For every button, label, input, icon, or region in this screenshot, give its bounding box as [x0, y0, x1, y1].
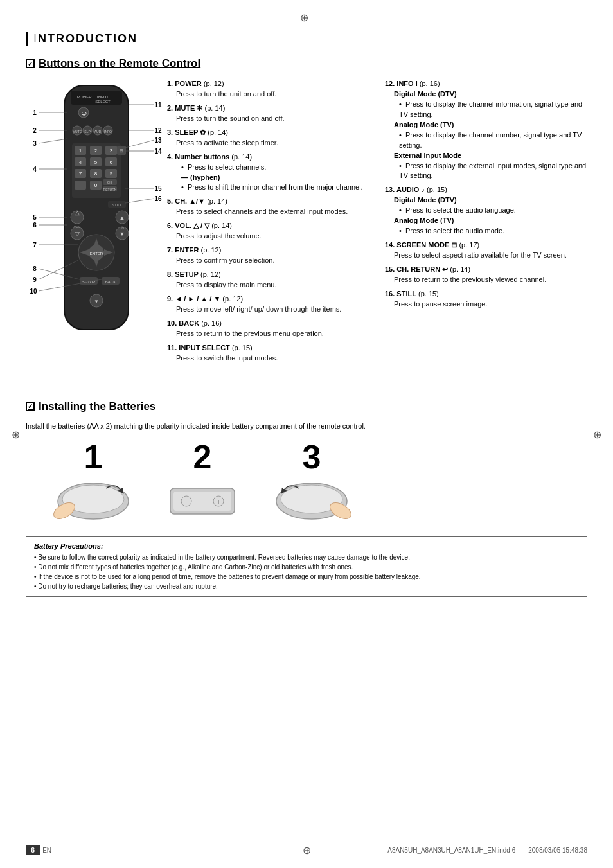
- svg-text:INPUT: INPUT: [97, 95, 109, 99]
- instruction-2: 2. MUTE ✻ (p. 14) Press to turn the soun…: [167, 103, 369, 124]
- svg-text:CH.: CH.: [120, 226, 125, 230]
- svg-text:AUD: AUD: [94, 130, 102, 134]
- battery-step-3-diagram: [270, 479, 353, 524]
- svg-text:ENTER: ENTER: [90, 252, 103, 256]
- step-1-num: 1: [84, 440, 103, 474]
- installing-checkbox-icon: ✓: [26, 402, 35, 411]
- svg-text:△: △: [75, 209, 80, 216]
- page-number: 6: [26, 845, 40, 855]
- instruction-15: 15. CH. RETURN ↩ (p. 14) Press to return…: [385, 265, 587, 285]
- svg-text:14: 14: [154, 148, 162, 155]
- svg-text:12: 12: [154, 127, 162, 134]
- step-2-num: 2: [193, 440, 212, 474]
- svg-text:BACK: BACK: [105, 280, 116, 284]
- svg-text:11: 11: [154, 102, 162, 109]
- battery-step-2: 2 — +: [161, 440, 244, 524]
- section-divider: [26, 387, 587, 387]
- battery-step-3: 3: [270, 440, 353, 524]
- battery-step-1-diagram: [51, 479, 135, 524]
- svg-text:—: —: [78, 182, 83, 188]
- svg-text:SELECT: SELECT: [95, 100, 111, 103]
- instruction-4: 4. Number buttons (p. 14) • Press to sel…: [167, 152, 369, 193]
- step-3-num: 3: [303, 440, 321, 474]
- page: ⊕ ⊕ ⊕ INTRODUCTION ✓ Buttons on the Remo…: [0, 0, 613, 868]
- instruction-9: 9. ◄ / ► / ▲ / ▼ (p. 12) Press to move l…: [167, 294, 369, 315]
- remote-diagram: POWER INPUT SELECT ⏻ MUTE SLP AUD INFO: [26, 79, 154, 368]
- svg-text:8: 8: [33, 265, 37, 272]
- instruction-12: 12. INFO i (p. 16) Digital Mode (DTV) • …: [385, 79, 587, 181]
- svg-line-73: [39, 139, 67, 143]
- svg-text:6: 6: [33, 222, 37, 229]
- svg-text:RETURN: RETURN: [103, 188, 117, 191]
- svg-text:POWER: POWER: [77, 95, 92, 99]
- svg-text:1: 1: [79, 148, 82, 154]
- footer-date: 2008/03/05 15:48:38: [528, 847, 587, 854]
- intro-header: INTRODUCTION: [26, 32, 587, 46]
- svg-text:▼: ▼: [94, 299, 99, 305]
- svg-text:▲: ▲: [120, 215, 125, 221]
- svg-text:16: 16: [154, 195, 162, 202]
- precautions-title: Battery Precautions:: [34, 542, 579, 550]
- instruction-14: 14. SCREEN MODE ⊟ (p. 17) Press to selec…: [385, 240, 587, 261]
- svg-text:4: 4: [33, 166, 37, 173]
- svg-text:SLP: SLP: [84, 130, 91, 134]
- svg-text:3: 3: [33, 140, 37, 147]
- instructions-columns: 1. POWER (p. 12) Press to turn the unit …: [167, 79, 587, 368]
- buttons-section: ✓ Buttons on the Remote Control POWER IN…: [26, 57, 587, 368]
- precaution-2: Do not mix different types of batteries …: [34, 562, 579, 572]
- svg-text:▼: ▼: [120, 231, 125, 237]
- checkbox-icon: ✓: [26, 59, 35, 68]
- crosshair-top-icon: ⊕: [300, 12, 313, 24]
- svg-text:7: 7: [33, 242, 37, 249]
- battery-step-2-diagram: — +: [161, 479, 244, 524]
- instruction-10: 10. BACK (p. 16) Press to return to the …: [167, 319, 369, 339]
- svg-text:⏻: ⏻: [81, 111, 87, 116]
- svg-text:2: 2: [33, 127, 37, 134]
- svg-text:0: 0: [94, 182, 98, 188]
- svg-text:+: +: [217, 498, 220, 506]
- remote-svg: POWER INPUT SELECT ⏻ MUTE SLP AUD INFO: [26, 79, 167, 349]
- svg-text:2: 2: [94, 148, 98, 154]
- instruction-13: 13. AUDIO ♪ (p. 15) Digital Mode (DTV) •…: [385, 185, 587, 236]
- svg-text:CH.: CH.: [107, 181, 113, 184]
- instruction-6: 6. VOL. △ / ▽ (p. 14) Press to adjust th…: [167, 221, 369, 242]
- svg-text:5: 5: [94, 159, 98, 165]
- precaution-3: If the device is not to be used for a lo…: [34, 572, 579, 581]
- svg-text:9: 9: [33, 276, 37, 283]
- svg-text:7: 7: [79, 171, 82, 177]
- svg-text:13: 13: [154, 137, 162, 144]
- svg-text:INFO: INFO: [104, 130, 112, 134]
- battery-steps: 1 2: [26, 440, 587, 524]
- installing-title: ✓ Installing the Batteries: [26, 400, 587, 413]
- svg-text:⊟: ⊟: [120, 148, 123, 153]
- footer-lang: EN: [42, 847, 51, 854]
- instruction-16: 16. STILL (p. 15) Press to pause screen …: [385, 289, 587, 310]
- crosshair-right-icon: ⊕: [593, 428, 601, 440]
- instruction-11: 11. INPUT SELECT (p. 15) Press to switch…: [167, 343, 369, 364]
- battery-step-1: 1: [51, 440, 135, 524]
- svg-text:MUTE: MUTE: [73, 130, 82, 134]
- instructions-right-col: 12. INFO i (p. 16) Digital Mode (DTV) • …: [385, 79, 587, 368]
- svg-line-93: [125, 140, 154, 148]
- instruction-1: 1. POWER (p. 12) Press to turn the unit …: [167, 79, 369, 100]
- precaution-4: Do not try to recharge batteries; they c…: [34, 581, 579, 591]
- svg-text:STILL: STILL: [112, 203, 123, 207]
- instruction-8: 8. SETUP (p. 12) Press to display the ma…: [167, 270, 369, 290]
- precautions-box: Battery Precautions: Be sure to follow t…: [26, 536, 587, 597]
- svg-text:—: —: [183, 498, 190, 505]
- svg-text:15: 15: [154, 185, 162, 192]
- svg-text:6: 6: [110, 159, 113, 165]
- installing-section: ✓ Installing the Batteries Install the b…: [26, 400, 587, 597]
- instruction-3: 3. SLEEP ✿ (p. 14) Press to activate the…: [167, 128, 369, 148]
- buttons-content: POWER INPUT SELECT ⏻ MUTE SLP AUD INFO: [26, 79, 587, 368]
- crosshair-left-icon: ⊕: [12, 428, 20, 440]
- svg-line-99: [125, 199, 154, 203]
- buttons-title: ✓ Buttons on the Remote Control: [26, 57, 587, 70]
- instruction-5: 5. CH. ▲/▼ (p. 14) Press to select chann…: [167, 197, 369, 217]
- install-intro: Install the batteries (AA x 2) matching …: [26, 422, 587, 430]
- svg-text:3: 3: [110, 148, 113, 154]
- precautions-list: Be sure to follow the correct polarity a…: [34, 553, 579, 591]
- svg-text:8: 8: [94, 171, 98, 177]
- crosshair-bottom-icon: ⊕: [303, 844, 311, 856]
- instruction-7: 7. ENTER (p. 12) Press to confirm your s…: [167, 245, 369, 266]
